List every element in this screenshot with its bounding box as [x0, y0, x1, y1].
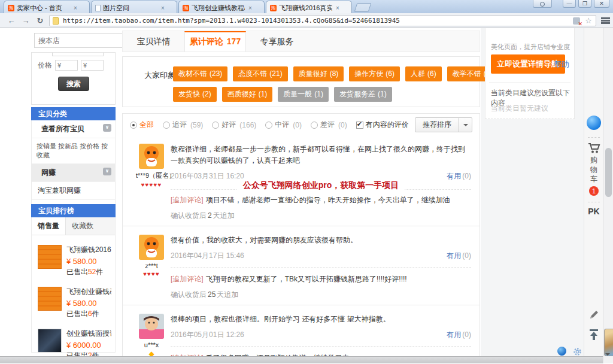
chevron-down-icon[interactable] [103, 124, 111, 132]
cart-icon[interactable] [584, 142, 603, 156]
impression-tag[interactable]: 教材不错(23) [173, 66, 227, 81]
tab-item-detail[interactable]: 宝贝详情 [123, 31, 184, 51]
checkbox-icon [356, 122, 363, 129]
pk-icon[interactable]: PK [584, 207, 603, 216]
menu-icon[interactable] [601, 17, 610, 19]
useful-link[interactable]: 有用 [447, 251, 461, 260]
corner-popup[interactable] [604, 329, 613, 356]
tab-reviews[interactable]: 累计评论177 [184, 31, 246, 51]
shop-filter-box: 价格 搜索 [31, 52, 116, 105]
sort-by-price-link[interactable]: 按价格 [80, 142, 99, 150]
ranking-product[interactable]: 飞翔赚钱2016真 ¥ 580.00 已售出52件 [38, 245, 111, 277]
impression-tag[interactable]: 人群(6) [405, 66, 442, 81]
cart-label[interactable]: 购物车 [590, 155, 598, 184]
browser-tab-course[interactable]: 淘 飞翔创业赚钱教程/真实正 [178, 1, 265, 13]
new-tab-button[interactable] [354, 3, 372, 12]
impression-tag[interactable]: 发货服务差(1) [334, 87, 392, 102]
back-to-top-icon[interactable] [584, 329, 603, 342]
tab-close-icon[interactable] [247, 5, 253, 11]
review-item: t***9（匿名） ♥♥♥♥♥ 教程很详细，老师都是一步一步教的，新手都可以看得… [123, 135, 480, 226]
reviewer-name: t***9（匿名） [136, 171, 167, 180]
suggest-empty: 当前类目暂无建议 [491, 104, 548, 114]
radio-icon [212, 122, 219, 129]
category-view-all[interactable]: 查看所有宝贝 [32, 120, 115, 138]
close-button[interactable] [594, 0, 609, 8]
category-group-wangzhuan[interactable]: 网赚 [32, 164, 115, 182]
vertical-scrollbar[interactable] [603, 28, 613, 363]
shop-filter-search-button[interactable]: 搜索 [58, 77, 89, 91]
category-item-taobao-parttime[interactable]: 淘宝兼职网赚 [32, 182, 115, 200]
radio-icon [130, 122, 137, 129]
tab-close-icon[interactable] [72, 5, 78, 11]
shop-setup-panel: 美化页面，提升店铺专业度 立即设置详情导航 帮助 当前类目建议您设置以下内容 当… [485, 28, 575, 119]
browser-tab-seller-center[interactable]: 淘 卖家中心 - 首页 [4, 1, 90, 13]
ranking-tab-sales[interactable]: 销售量 [32, 217, 66, 235]
impression-tag[interactable]: 发货快(2) [173, 87, 217, 102]
minimize-button[interactable] [563, 0, 576, 8]
window-controls [533, 0, 609, 8]
bookmark-star-icon[interactable] [585, 16, 592, 25]
wangwang-icon[interactable] [557, 347, 566, 356]
tab-close-icon[interactable] [160, 5, 166, 11]
filter-neutral[interactable]: 中评(0) [265, 120, 302, 130]
ranking-tab-favorites[interactable]: 收藏数 [66, 217, 99, 235]
sort-by-sales-link[interactable]: 按销量 [37, 142, 56, 150]
sort-by-new-link[interactable]: 按新品 [58, 142, 78, 150]
sort-dropdown[interactable]: 推荐排序 [415, 117, 472, 132]
browser-tab-image-space[interactable]: 图片空间 [91, 1, 177, 13]
address-bar[interactable]: https://item.taobao.com/item.htm?spm=201… [49, 15, 596, 26]
browser-tab-active-item[interactable]: 淘 飞翔赚钱2016真实正规图 [266, 1, 352, 13]
review-date: 2016年03月31日 16:20 [171, 171, 244, 181]
back-icon[interactable] [5, 15, 18, 26]
impression-tag[interactable]: 质量一般(1) [278, 87, 329, 102]
filter-negative[interactable]: 差评(0) [311, 120, 347, 130]
browser-toolbar: https://item.taobao.com/item.htm?spm=201… [0, 13, 613, 28]
scrollbar-thumb[interactable] [605, 148, 612, 197]
seller-watermark: 公众号飞翔网络创业pro，获取第一手项目 [237, 180, 405, 190]
filter-all[interactable]: 全部 [130, 120, 154, 130]
help-link[interactable]: 帮助 [554, 59, 569, 70]
chevron-down-icon[interactable] [103, 168, 111, 175]
filter-appended[interactable]: 追评(59) [163, 120, 203, 130]
price-max-input[interactable] [81, 60, 104, 71]
review-text: 很有价值，我的收获大，对需要网赚的朋友应该很有帮助。 [171, 235, 471, 246]
radio-icon [163, 122, 170, 129]
cart-badge: 1 [589, 186, 599, 196]
chevron-down-icon[interactable] [459, 118, 472, 132]
url-text: https://item.taobao.com/item.htm?spm=201… [63, 17, 400, 25]
browser-window: 淘 卖家中心 - 首页 图片空间 淘 飞翔创业赚钱教程/真实正 淘 飞翔赚钱20… [0, 0, 613, 364]
shop-search-input[interactable] [34, 33, 135, 48]
content-filter-checkbox[interactable]: 有内容的评价 [356, 120, 409, 130]
wangwang-icon[interactable] [587, 116, 601, 130]
review-append: [追加评论]项目不错，感谢老师一直细心的指导，昨天开始操作，今天出单了，继续加油 [171, 195, 471, 205]
profile-icon[interactable] [533, 0, 552, 8]
horizontal-scrollbar[interactable] [0, 356, 603, 363]
site-security-icon[interactable] [53, 17, 59, 25]
blocked-extension-icon[interactable] [573, 17, 580, 25]
radio-icon [265, 122, 272, 129]
maximize-button[interactable] [578, 0, 591, 8]
tab-close-icon[interactable] [335, 5, 341, 11]
product-thumbnail [38, 245, 62, 269]
impression-tag[interactable]: 操作方便(6) [349, 66, 400, 81]
price-min-input[interactable] [55, 60, 78, 71]
scroll-down-icon[interactable] [605, 353, 610, 358]
keyword-input[interactable] [52, 52, 104, 56]
useful-link[interactable]: 有用 [447, 330, 461, 339]
ranking-product[interactable]: 飞翔创业赚钱教 ¥ 580.00 已售出6件 [38, 287, 111, 319]
reviews-box: 全部 追评(59) 好评(166) 中评(0) 差评(0) 有内容的评价 推荐排… [122, 113, 480, 363]
impression-tag[interactable]: 态度不错(21) [233, 66, 287, 81]
useful-link[interactable]: 有用 [447, 172, 461, 180]
avatar [139, 235, 164, 260]
impression-tag[interactable]: 质量很好(8) [293, 66, 344, 81]
forward-icon[interactable] [19, 15, 32, 26]
impression-tag[interactable]: 画质很好(1) [222, 87, 273, 102]
pencil-icon[interactable] [584, 310, 603, 322]
review-text: 教程很详细，老师都是一步一步教的，新手都可以看得懂，在网上找了很久的网赚，终于找… [171, 144, 471, 166]
tab-premium-service[interactable]: 专享服务 [246, 31, 308, 51]
product-price: ¥ 580.00 [66, 299, 111, 308]
reviewer-name: u***x [136, 341, 167, 348]
refresh-icon[interactable] [34, 15, 47, 26]
product-price: ¥ 580.00 [66, 257, 111, 266]
filter-positive[interactable]: 好评(166) [212, 120, 256, 130]
